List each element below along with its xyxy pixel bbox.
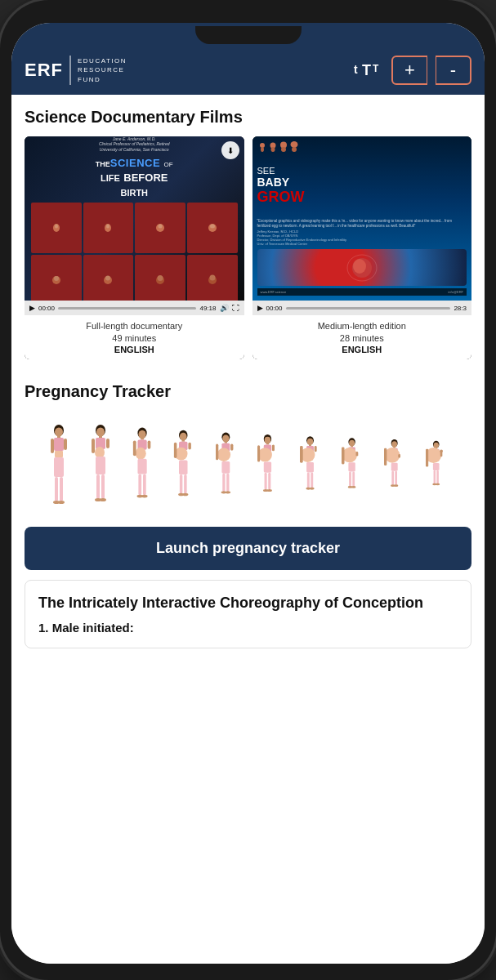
svg-point-115 (349, 440, 355, 447)
svg-rect-56 (141, 438, 144, 440)
svg-point-31 (55, 427, 63, 436)
app-header: ERF EDUCATION RESOURCE FUND t T T + - (11, 47, 485, 95)
thumb-sbg-bg: SEE BABY GROW "Exceptional graphics and … (252, 136, 472, 301)
sbg-top-images (257, 141, 467, 153)
svg-point-10 (210, 225, 215, 229)
svg-rect-37 (60, 477, 63, 501)
svg-rect-116 (351, 445, 353, 447)
sbg-footer: www.ERF.science info@ERF (257, 288, 467, 296)
lbb-fullscreen-icon[interactable]: ⛶ (232, 304, 239, 312)
notch (195, 26, 302, 44)
lbb-desc-line2: 49 minutes (28, 332, 241, 344)
sbg-see: SEE (257, 166, 467, 176)
svg-rect-124 (342, 447, 345, 464)
svg-rect-101 (272, 444, 275, 451)
video-card-life-before-birth[interactable]: "This video is absolutely amazing…a most… (25, 136, 244, 359)
svg-point-26 (292, 147, 297, 152)
sbg-footer-right: info@ERF (448, 290, 463, 294)
article-subtitle: 1. Male initiated: (38, 621, 458, 635)
pregnancy-section: Launch pregnancy tracker (11, 411, 485, 580)
fetus-cell-4 (187, 203, 238, 253)
svg-rect-121 (353, 471, 355, 486)
svg-rect-97 (268, 473, 270, 490)
fetus-cell-6 (83, 255, 134, 301)
svg-rect-61 (143, 474, 146, 496)
svg-point-111 (310, 488, 315, 490)
svg-point-75 (183, 493, 189, 497)
pregnancy-figures (25, 411, 471, 517)
svg-point-51 (100, 498, 106, 501)
svg-rect-92 (266, 443, 269, 444)
svg-rect-113 (314, 446, 316, 452)
svg-rect-44 (99, 435, 102, 438)
font-increase-button[interactable]: + (391, 56, 427, 85)
video-card-see-baby-grow[interactable]: SEE BABY GROW "Exceptional graphics and … (252, 136, 472, 359)
pregnancy-figure-5 (216, 417, 239, 514)
svg-rect-36 (55, 477, 58, 501)
svg-point-91 (265, 437, 271, 444)
pregnancy-figure-4 (173, 417, 196, 514)
fetus-cell-2 (83, 203, 134, 253)
logo-subtitle: EDUCATION RESOURCE FUND (78, 56, 127, 84)
svg-rect-64 (132, 440, 136, 456)
sbg-language: ENGLISH (256, 345, 469, 354)
video-row: "This video is absolutely amazing…a most… (11, 136, 485, 369)
svg-rect-143 (433, 463, 440, 470)
lbb-volume-icon[interactable]: 🔊 (220, 304, 229, 312)
svg-rect-41 (64, 439, 67, 450)
svg-point-55 (138, 430, 145, 439)
svg-point-16 (158, 275, 163, 281)
logo-area: ERF EDUCATION RESOURCE FUND (25, 56, 127, 85)
svg-point-127 (391, 441, 397, 447)
svg-rect-84 (222, 474, 225, 492)
svg-point-8 (159, 225, 163, 229)
svg-rect-77 (189, 443, 192, 450)
font-size-icon: t T T (354, 57, 383, 84)
svg-point-58 (135, 448, 145, 460)
logo-erf: ERF (25, 60, 63, 81)
svg-point-67 (180, 433, 187, 441)
video-thumbnail-sbg: SEE BABY GROW "Exceptional graphics and … (252, 136, 472, 301)
launch-pregnancy-tracker-button[interactable]: Launch pregnancy tracker (25, 527, 471, 570)
sbg-desc-line2: 28 minutes (256, 332, 469, 344)
pregnancy-figure-9 (384, 417, 407, 514)
svg-rect-53 (106, 439, 109, 448)
svg-rect-100 (257, 445, 260, 461)
video-thumbnail-lbb: "This video is absolutely amazing…a most… (25, 136, 244, 301)
svg-rect-131 (391, 463, 397, 471)
lbb-video-controls: ▶ 00:00 49:18 🔊 ⛶ (25, 301, 244, 315)
lbb-attribution: Jane E. Anderson, M.D.Clinical Professor… (99, 136, 170, 152)
svg-rect-119 (349, 462, 355, 471)
svg-point-94 (258, 448, 272, 461)
svg-point-24 (281, 147, 286, 152)
pregnancy-figure-7 (300, 417, 323, 514)
article-section: The Intricately Interactive Choreography… (25, 580, 471, 648)
svg-rect-65 (147, 440, 150, 448)
svg-text:T: T (362, 62, 371, 78)
svg-point-25 (290, 141, 297, 148)
svg-point-4 (55, 225, 58, 229)
pregnancy-figure-3 (132, 417, 154, 514)
bottom-spacer (11, 662, 485, 686)
lbb-fetus-grid (31, 203, 238, 301)
thumb-lbb-bg: "This video is absolutely amazing…a most… (25, 136, 244, 301)
svg-point-46 (95, 447, 105, 458)
svg-point-99 (267, 489, 272, 492)
svg-rect-60 (138, 474, 141, 496)
article-title: The Intricately Interactive Choreography… (38, 594, 458, 612)
svg-point-63 (141, 495, 147, 498)
svg-point-20 (261, 147, 264, 152)
sbg-play-button[interactable]: ▶ (257, 304, 263, 312)
svg-rect-107 (306, 462, 314, 473)
svg-point-79 (222, 434, 229, 442)
sbg-progress-bar[interactable] (286, 307, 451, 310)
svg-point-6 (106, 225, 109, 229)
lbb-progress-bar[interactable] (58, 307, 196, 310)
lbb-download-icon[interactable]: ⬇ (221, 141, 239, 159)
svg-rect-80 (224, 441, 226, 443)
svg-rect-73 (184, 474, 187, 494)
font-decrease-button[interactable]: - (436, 56, 471, 85)
pregnancy-figure-2 (89, 417, 112, 514)
lbb-play-button[interactable]: ▶ (29, 304, 35, 312)
logo-divider (69, 56, 71, 85)
